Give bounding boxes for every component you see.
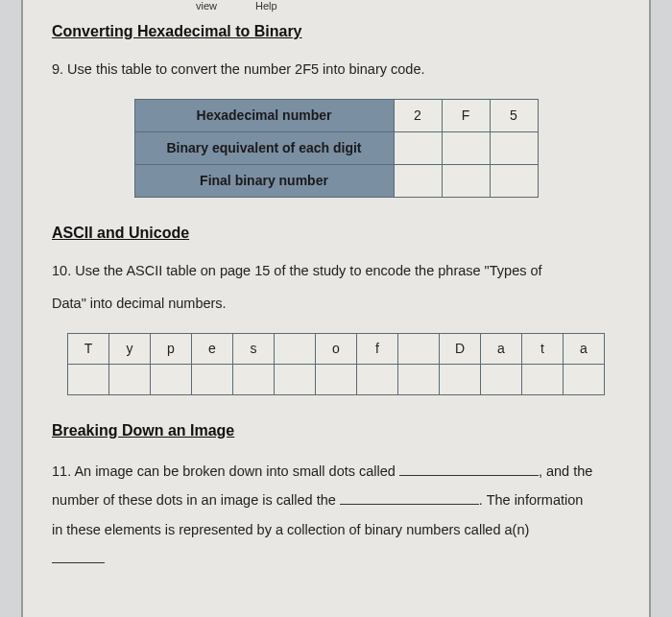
menu-help[interactable]: Help bbox=[255, 0, 277, 12]
char-cell: y bbox=[109, 333, 151, 364]
section-title-breaking-down-image: Breaking Down an Image bbox=[52, 422, 620, 439]
hex-conversion-table: Hexadecimal number 2 F 5 Binary equivale… bbox=[134, 99, 539, 198]
q11-part3: number of these dots in an image is call… bbox=[52, 492, 340, 508]
char-cell: a bbox=[564, 333, 605, 364]
answer-cell[interactable] bbox=[394, 131, 442, 164]
hex-digit-cell: F bbox=[442, 99, 490, 131]
answer-cell[interactable] bbox=[394, 164, 442, 197]
question-10-text-line1: 10. Use the ASCII table on page 15 of th… bbox=[52, 259, 620, 283]
fill-blank[interactable] bbox=[52, 552, 105, 563]
fill-blank[interactable] bbox=[340, 493, 479, 505]
hex-digit-cell: 5 bbox=[490, 99, 538, 131]
fill-blank[interactable] bbox=[399, 464, 539, 476]
char-cell: o bbox=[316, 333, 357, 364]
worksheet-page: view Help Converting Hexadecimal to Bina… bbox=[21, 0, 651, 617]
menu-view[interactable]: view bbox=[196, 0, 217, 12]
char-cell: D bbox=[440, 333, 481, 364]
row-label-binary-equivalent: Binary equivalent of each digit bbox=[134, 131, 394, 164]
answer-cell[interactable] bbox=[357, 364, 398, 394]
answer-cell[interactable] bbox=[192, 364, 233, 394]
answer-cell[interactable] bbox=[564, 364, 605, 394]
answer-cell[interactable] bbox=[442, 131, 490, 164]
q11-part5: in these elements is represented by a co… bbox=[52, 522, 529, 537]
ascii-char-row: T y p e s o f D a t a bbox=[68, 333, 605, 364]
table-row: Final binary number bbox=[134, 164, 538, 197]
table-row: Hexadecimal number 2 F 5 bbox=[134, 99, 538, 131]
answer-cell[interactable] bbox=[440, 364, 481, 394]
answer-cell[interactable] bbox=[442, 164, 490, 197]
answer-cell[interactable] bbox=[490, 164, 538, 197]
q11-part1: 11. An image can be broken down into sma… bbox=[52, 463, 399, 479]
char-cell: t bbox=[522, 333, 564, 364]
char-cell: p bbox=[151, 333, 192, 364]
answer-cell[interactable] bbox=[490, 131, 538, 164]
section-title-ascii-unicode: ASCII and Unicode bbox=[52, 225, 620, 242]
menu-bar-fragment: view Help bbox=[52, 0, 620, 17]
answer-cell[interactable] bbox=[316, 364, 357, 394]
section-title-hex-to-binary: Converting Hexadecimal to Binary bbox=[52, 23, 620, 40]
char-cell: s bbox=[233, 333, 275, 364]
row-label-hex-number: Hexadecimal number bbox=[134, 99, 394, 131]
q11-part4: . The information bbox=[479, 492, 584, 508]
answer-cell[interactable] bbox=[398, 364, 440, 394]
char-cell bbox=[275, 333, 316, 364]
answer-cell[interactable] bbox=[522, 364, 564, 394]
question-11-text: 11. An image can be broken down into sma… bbox=[52, 457, 620, 574]
char-cell: a bbox=[481, 333, 522, 364]
answer-cell[interactable] bbox=[481, 364, 522, 394]
answer-cell[interactable] bbox=[109, 364, 151, 394]
answer-cell[interactable] bbox=[151, 364, 192, 394]
ascii-encoding-table: T y p e s o f D a t a bbox=[67, 333, 605, 395]
answer-cell[interactable] bbox=[275, 364, 316, 394]
char-cell: T bbox=[68, 333, 109, 364]
char-cell: e bbox=[192, 333, 233, 364]
answer-cell[interactable] bbox=[233, 364, 275, 394]
ascii-answer-row bbox=[68, 364, 605, 394]
row-label-final-binary: Final binary number bbox=[134, 164, 394, 197]
answer-cell[interactable] bbox=[68, 364, 109, 394]
q11-part2: , and the bbox=[539, 463, 592, 479]
table-row: Binary equivalent of each digit bbox=[134, 131, 538, 164]
question-10-text-line2: Data" into decimal numbers. bbox=[52, 292, 620, 316]
question-9-text: 9. Use this table to convert the number … bbox=[52, 58, 620, 82]
char-cell: f bbox=[357, 333, 398, 364]
hex-digit-cell: 2 bbox=[394, 99, 442, 131]
char-cell bbox=[398, 333, 440, 364]
